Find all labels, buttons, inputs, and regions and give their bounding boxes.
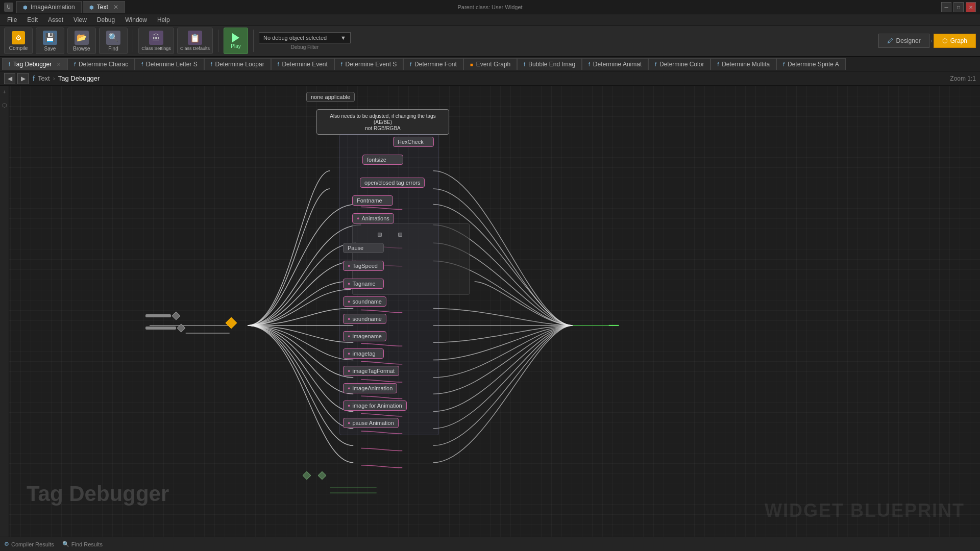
tab-determine-animat-icon: f [589,62,590,67]
minimize-button[interactable]: ─ [941,2,951,12]
connector-node-2 [398,233,402,237]
imagetagformat-label: imageTagFormat [352,368,395,374]
blueprint-canvas[interactable]: + ⬡ [0,86,980,537]
browse-button[interactable]: 📂 Browse [67,28,96,54]
play-button[interactable]: Play [224,28,248,54]
bottom-connector-cluster [304,472,325,479]
class-defaults-icon: 📋 [188,31,202,45]
grid-background [0,86,980,537]
sidebar-tool-icon[interactable]: ⬡ [1,101,9,109]
breadcrumb-bar: ◀ ▶ f Text › Tag Debugger Zoom 1:1 [0,71,980,86]
debug-object-text: No debug object selected [263,35,327,41]
node-tag-errors[interactable]: open/closed tag errors [360,178,425,188]
tab-determine-loopar[interactable]: f Determine Loopar [204,58,271,70]
node-imagetagformat[interactable]: ● imageTagFormat [343,366,399,376]
tagspeed-label: TagSpeed [352,263,378,269]
menu-view[interactable]: View [68,15,92,24]
tab-event-graph[interactable]: ■ Event Graph [463,58,517,70]
node-soundname-1[interactable]: ● soundname [343,296,386,307]
node-fontsize[interactable]: fontsize [362,155,403,165]
toolbar-divider-1 [133,30,133,52]
maximize-button[interactable]: □ [953,2,964,12]
node-hexcheck[interactable]: HexCheck [393,137,434,147]
menu-window[interactable]: Window [120,15,152,24]
node-imagename[interactable]: ● imagename [343,331,386,341]
class-defaults-button[interactable]: 📋 Class Defaults [177,28,213,54]
designer-icon: 🖊 [887,37,893,44]
class-settings-label: Class Settings [141,46,171,51]
fontname-label: Fontname [357,197,382,204]
save-button[interactable]: 💾 Save [36,28,64,54]
nav-back-button[interactable]: ◀ [4,73,15,84]
compile-button[interactable]: ⚙ Compile [4,28,33,54]
nav-forward-button[interactable]: ▶ [17,73,29,84]
node-fontname[interactable]: Fontname [352,195,393,206]
node-imageanimation[interactable]: ● imageAnimation [343,383,397,393]
tab-tag-debugger[interactable]: f Tag Debugger ✕ [2,58,67,70]
close-button[interactable]: ✕ [966,2,976,12]
titlebar: U ⬢ ImageAnimation ⬢ Text ✕ Parent class… [0,0,980,14]
menu-asset[interactable]: Asset [43,15,68,24]
toolbar: ⚙ Compile 💾 Save 📂 Browse 🔍 Find 🏛 Class… [0,26,980,57]
menu-file[interactable]: File [2,15,22,24]
dropdown-arrow-icon: ▼ [340,35,346,41]
tooltip-node: Also needs to be adjusted, if changing t… [316,109,449,135]
debug-filter-container: No debug object selected ▼ Debug Filter [259,32,351,50]
node-image-for-animation[interactable]: ● image for Animation [343,400,407,411]
tab-determine-color[interactable]: f Determine Color [648,58,710,70]
titlebar-tab-imageanimation[interactable]: ⬢ ImageAnimation [16,1,82,13]
connector-node-1 [378,233,382,237]
class-settings-button[interactable]: 🏛 Class Settings [138,28,174,54]
app-icon: U [4,3,13,12]
node-soundname-2[interactable]: ● soundname [343,314,386,324]
compiler-results-label: Compiler Results [11,541,54,547]
tab2-icon: ⬢ [89,5,94,10]
node-tagspeed[interactable]: ● TagSpeed [343,261,384,271]
tab-determine-color-label: Determine Color [659,61,704,68]
tab2-close[interactable]: ✕ [113,4,118,11]
imageanimation-label: imageAnimation [352,385,393,391]
sidebar-add-icon[interactable]: + [1,88,9,96]
menu-edit[interactable]: Edit [22,15,43,24]
node-imagetag[interactable]: ● imagetag [343,348,384,359]
tab-determine-event-s[interactable]: f Determine Event S [334,58,404,70]
node-pause-animation[interactable]: ● pause Animation [343,418,399,428]
node-pause[interactable]: Pause [343,243,384,253]
left-input-cluster [145,313,184,331]
tab1-icon: ⬢ [23,5,28,10]
tab-determine-sprite[interactable]: f Determine Sprite A [776,58,846,70]
tab-determine-charac[interactable]: f Determine Charac [67,58,135,70]
graph-button[interactable]: ⬡ Graph [934,34,976,48]
menu-debug[interactable]: Debug [92,15,120,24]
graph-tabbar: f Tag Debugger ✕ f Determine Charac f De… [0,57,980,71]
tab-determine-sprite-icon: f [783,62,785,67]
tab-bubble-end-label: Bubble End Imag [528,61,575,68]
titlebar-tab-text[interactable]: ⬢ Text ✕ [83,1,125,13]
designer-button[interactable]: 🖊 Designer [878,34,929,48]
tab-determine-font[interactable]: f Determine Font [403,58,463,70]
graph-icon: ⬡ [942,37,947,44]
menu-help[interactable]: Help [152,15,175,24]
toolbar-divider-2 [218,30,218,52]
find-results-icon: 🔍 [62,541,69,547]
pause-animation-label: pause Animation [352,420,394,426]
find-results-button[interactable]: 🔍 Find Results [62,541,103,547]
tab-determine-animat[interactable]: f Determine Animat [582,58,648,70]
breadcrumb-path1[interactable]: Text [38,74,50,82]
titlebar-tabs: ⬢ ImageAnimation ⬢ Text ✕ [16,1,125,13]
tab-tag-debugger-close[interactable]: ✕ [57,62,61,67]
node-none-applicable[interactable]: none applicable [306,92,355,102]
tab-determine-letter[interactable]: f Determine Letter S [135,58,204,70]
find-button[interactable]: 🔍 Find [99,28,128,54]
tab-determine-letter-label: Determine Letter S [146,61,198,68]
tab-determine-event[interactable]: f Determine Event [271,58,334,70]
node-animations[interactable]: ● Animations [352,213,394,223]
debug-filter-label: Debug Filter [291,44,318,50]
debug-object-dropdown[interactable]: No debug object selected ▼ [259,32,351,43]
tab-determine-multita[interactable]: f Determine Multita [710,58,776,70]
compiler-results-button[interactable]: ⚙ Compiler Results [4,541,54,547]
breadcrumb-path2[interactable]: Tag Debugger [58,74,100,82]
tab-bubble-end[interactable]: f Bubble End Imag [517,58,582,70]
node-tagname[interactable]: ● Tagname [343,279,384,289]
input-wire-2 [145,327,176,330]
